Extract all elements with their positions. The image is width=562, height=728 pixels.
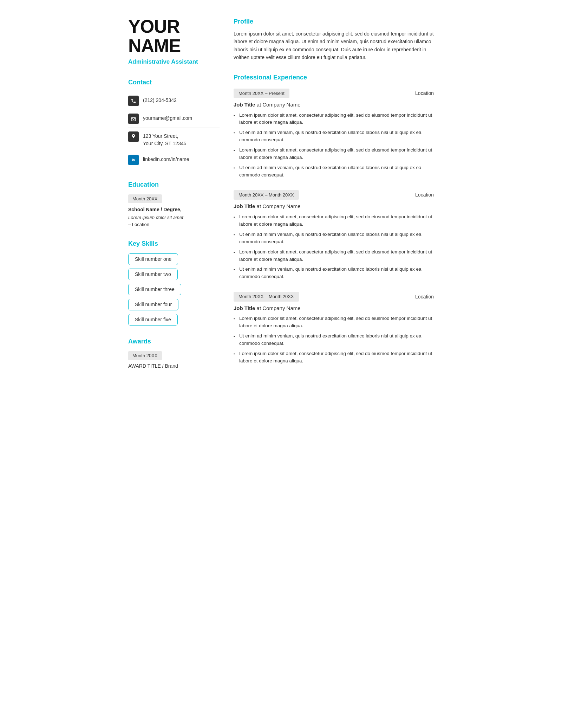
exp-company: at Company Name xyxy=(257,203,301,209)
list-item: Lorem ipsum dolor sit amet, consectetur … xyxy=(234,213,434,228)
exp-bullets: Lorem ipsum dolor sit amet, consectetur … xyxy=(234,112,434,179)
exp-company: at Company Name xyxy=(257,305,301,311)
contact-list: (212) 204-5342 yourname@gmail.com 123 Yo… xyxy=(128,92,220,169)
contact-email: yourname@gmail.com xyxy=(128,110,220,128)
candidate-name: YOUR NAME xyxy=(128,17,220,55)
exp-date: Month 20XX – Present xyxy=(234,89,289,98)
exp-header-row: Month 20XX – Present Location xyxy=(234,89,434,98)
list-item: Skill number five xyxy=(128,314,220,326)
name-block: YOUR NAME Administrative Assistant xyxy=(128,17,220,66)
list-item: Lorem ipsum dolor sit amet, consectetur … xyxy=(234,249,434,263)
award-title: AWARD TITLE / Brand xyxy=(128,362,220,370)
list-item: Lorem ipsum dolor sit amet, consectetur … xyxy=(234,350,434,365)
skills-list: Skill number one Skill number two Skill … xyxy=(128,253,220,326)
experience-entry: Month 20XX – Month 20XX Location Job Tit… xyxy=(234,190,434,281)
edu-detail: Lorem ipsum dolor sit amet xyxy=(128,214,220,221)
exp-job-title: Job Title xyxy=(234,305,255,311)
list-item: Lorem ipsum dolor sit amet, consectetur … xyxy=(234,147,434,161)
phone-icon xyxy=(128,96,139,106)
exp-bullets: Lorem ipsum dolor sit amet, consectetur … xyxy=(234,315,434,365)
exp-job-title: Job Title xyxy=(234,203,255,209)
awards-heading: Awards xyxy=(128,337,220,346)
exp-company: at Company Name xyxy=(257,102,301,108)
exp-job-title: Job Title xyxy=(234,102,255,108)
exp-location: Location xyxy=(415,293,434,301)
left-column: YOUR NAME Administrative Assistant Conta… xyxy=(128,17,220,707)
linkedin-text: linkedin.com/in/name xyxy=(143,155,189,163)
list-item: Skill number three xyxy=(128,284,220,295)
exp-header-row: Month 20XX – Month 20XX Location xyxy=(234,190,434,200)
location-icon xyxy=(128,131,139,142)
exp-job-title-row: Job Title at Company Name xyxy=(234,202,434,211)
list-item: Ut enim ad minim veniam, quis nostrud ex… xyxy=(234,129,434,144)
education-heading: Education xyxy=(128,180,220,189)
profile-heading: Profile xyxy=(234,17,434,26)
email-text: yourname@gmail.com xyxy=(143,114,192,122)
exp-job-title-row: Job Title at Company Name xyxy=(234,304,434,313)
right-column: Profile Lorem ipsum dolor sit amet, cons… xyxy=(234,17,434,707)
exp-header-row: Month 20XX – Month 20XX Location xyxy=(234,292,434,302)
list-item: Skill number two xyxy=(128,269,220,280)
list-item: Lorem ipsum dolor sit amet, consectetur … xyxy=(234,112,434,127)
skills-heading: Key Skills xyxy=(128,239,220,249)
experience-entry: Month 20XX – Present Location Job Title … xyxy=(234,89,434,179)
contact-heading: Contact xyxy=(128,78,220,87)
email-icon xyxy=(128,114,139,124)
exp-date: Month 20XX – Month 20XX xyxy=(234,190,299,200)
contact-address: 123 Your Street,Your City, ST 12345 xyxy=(128,128,220,151)
exp-location: Location xyxy=(415,90,434,97)
experience-entry: Month 20XX – Month 20XX Location Job Tit… xyxy=(234,292,434,365)
award-date: Month 20XX xyxy=(128,351,162,360)
resume-page: YOUR NAME Administrative Assistant Conta… xyxy=(114,0,448,728)
list-item: Skill number one xyxy=(128,253,220,265)
list-item: Ut enim ad minim veniam, quis nostrud ex… xyxy=(234,266,434,281)
education-block: Month 20XX School Name / Degree, Lorem i… xyxy=(128,194,220,228)
list-item: Lorem ipsum dolor sit amet, consectetur … xyxy=(234,315,434,330)
address-text: 123 Your Street,Your City, ST 12345 xyxy=(143,131,186,147)
experience-heading: Professional Experience xyxy=(234,73,434,82)
contact-linkedin: in linkedin.com/in/name xyxy=(128,151,220,169)
list-item: Skill number four xyxy=(128,299,220,310)
list-item: Ut enim ad minim veniam, quis nostrud ex… xyxy=(234,164,434,179)
exp-location: Location xyxy=(415,191,434,199)
contact-phone: (212) 204-5342 xyxy=(128,92,220,110)
exp-job-title-row: Job Title at Company Name xyxy=(234,101,434,109)
phone-text: (212) 204-5342 xyxy=(143,96,177,104)
list-item: Ut enim ad minim veniam, quis nostrud ex… xyxy=(234,231,434,246)
list-item: Ut enim ad minim veniam, quis nostrud ex… xyxy=(234,333,434,347)
edu-school: School Name / Degree, xyxy=(128,206,220,213)
profile-text: Lorem ipsum dolor sit amet, consectetur … xyxy=(234,30,434,62)
exp-bullets: Lorem ipsum dolor sit amet, consectetur … xyxy=(234,213,434,281)
edu-location: – Location xyxy=(128,221,220,228)
linkedin-icon: in xyxy=(128,155,139,165)
awards-block: Month 20XX AWARD TITLE / Brand xyxy=(128,351,220,370)
job-title: Administrative Assistant xyxy=(128,57,220,66)
exp-date: Month 20XX – Month 20XX xyxy=(234,292,299,302)
edu-date: Month 20XX xyxy=(128,194,162,204)
